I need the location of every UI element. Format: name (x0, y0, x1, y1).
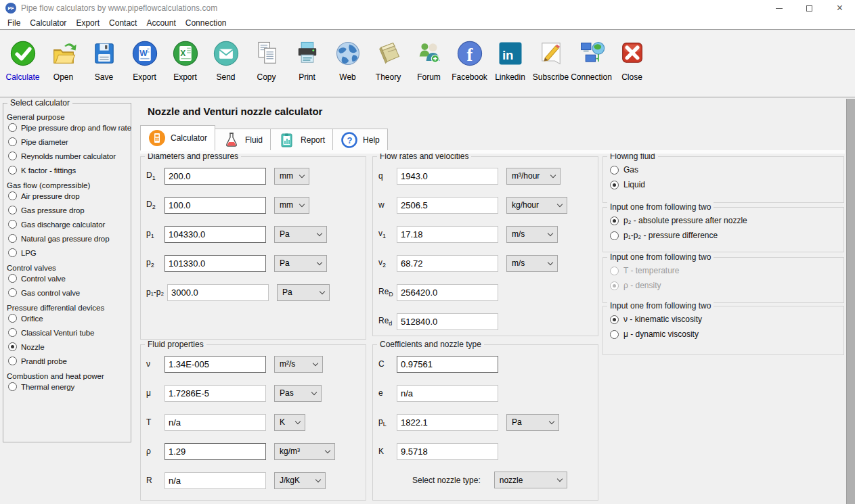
floppy-disk-icon (89, 39, 119, 68)
unit-value: kg/m³ (280, 446, 300, 456)
nozzle-type-select[interactable]: nozzle (494, 472, 567, 488)
field-input-t (165, 414, 266, 431)
radio-option-dynamic-viscosity[interactable]: μ - dynamic viscosity (610, 329, 843, 339)
calculator-option-air-pressure-drop[interactable]: Air pressure drop (8, 191, 129, 200)
unit-select[interactable]: m²/s (274, 356, 323, 373)
calculator-option-natural-gas-pressure-drop[interactable]: Natural gas pressure drop (8, 234, 129, 243)
unit-select[interactable]: K (274, 414, 305, 431)
calculator-option-control-valve[interactable]: Control valve (8, 274, 129, 283)
unit-select[interactable]: mm (274, 197, 309, 214)
unit-select[interactable]: Pa (506, 414, 559, 431)
toolbar-button-theory[interactable]: Theory (369, 39, 408, 82)
calculator-option-pipe-diameter[interactable]: Pipe diameter (8, 137, 129, 146)
toolbar-button-web[interactable]: Web (328, 39, 367, 82)
group-diameters-and-pressures: Diameters and pressures D1mmD2mmp1Pap2Pa… (140, 156, 366, 340)
unit-select[interactable]: m³/hour (506, 168, 561, 185)
field-row-d2: D2mm (146, 196, 366, 214)
tab-report[interactable]: Report (271, 129, 333, 151)
unit-select[interactable]: Pa (274, 226, 327, 243)
toolbar-button-print[interactable]: Print (288, 39, 326, 82)
field-input-item[interactable] (165, 443, 266, 460)
field-row-t: TK (146, 413, 366, 431)
toolbar-button-label: Export (173, 72, 197, 82)
field-input-d1[interactable] (165, 168, 266, 185)
radio-option-density: ρ - density (610, 281, 843, 290)
calculator-option-orifice[interactable]: Orifice (8, 314, 129, 323)
calculator-option-prandtl-probe[interactable]: Prandtl probe (8, 357, 129, 365)
radio-option-p-p-pressure-difference[interactable]: p₁-p₂ - pressure difference (610, 231, 843, 240)
calculator-option-pipe-pressure-drop-and-flow-rate[interactable]: Pipe pressure drop and flow rate (8, 123, 129, 132)
close-window-button[interactable]: × (825, 0, 855, 16)
pencil-page-icon (536, 39, 566, 68)
toolbar-button-facebook[interactable]: fFacebook (450, 39, 489, 82)
unit-select[interactable]: mm (274, 168, 309, 185)
tab-fluid[interactable]: Fluid (215, 129, 271, 151)
radio-icon (8, 382, 17, 391)
field-row-v2: v2m/s (378, 254, 598, 272)
toolbar-button-forum[interactable]: Forum (410, 39, 448, 82)
calculator-option-classical-venturi-tube[interactable]: Classical Venturi tube (8, 328, 129, 337)
menu-file[interactable]: File (3, 18, 26, 28)
menu-contact[interactable]: Contact (105, 18, 142, 28)
field-input-p2[interactable] (165, 255, 266, 272)
toolbar-button-calculate[interactable]: Calculate (3, 39, 42, 82)
unit-select[interactable]: m/s (506, 226, 558, 243)
input-temperature-density-panel: Input one from following two T - tempera… (602, 257, 844, 303)
unit-select[interactable]: Pa (274, 255, 327, 272)
field-row-d1: D1mm (146, 167, 366, 185)
field-input-k (397, 443, 498, 460)
svg-text:X: X (180, 49, 185, 58)
calculator-option-gas-control-valve[interactable]: Gas control valve (8, 288, 129, 297)
menu-calculator[interactable]: Calculator (26, 18, 72, 28)
chevron-down-icon (550, 172, 556, 177)
menu-export[interactable]: Export (72, 18, 105, 28)
printer-icon (292, 39, 322, 68)
maximize-button[interactable] (794, 0, 825, 16)
field-input-p1[interactable] (165, 226, 266, 243)
flask-icon (223, 131, 240, 149)
toolbar-button-connection[interactable]: Connection (572, 39, 611, 82)
toolbar-button-close[interactable]: Close (613, 39, 651, 82)
calculator-option-nozzle[interactable]: Nozzle (8, 342, 129, 351)
envelope-icon (211, 39, 241, 68)
unit-value: K (280, 417, 285, 427)
toolbar-button-save[interactable]: Save (85, 39, 123, 82)
calculator-option-gas-discharge-calculator[interactable]: Gas discharge calculator (8, 220, 129, 229)
field-input-v1 (397, 226, 498, 243)
calculator-option-gas-pressure-drop[interactable]: Gas pressure drop (8, 206, 129, 214)
unit-select[interactable]: Pas (274, 385, 322, 402)
field-input-item[interactable] (165, 356, 266, 373)
toolbar-button-subscribe[interactable]: Subscribe (531, 39, 570, 82)
radio-option-gas[interactable]: Gas (610, 165, 843, 175)
calculator-option-thermal-energy[interactable]: Thermal energy (8, 382, 129, 391)
toolbar-button-export[interactable]: WExport (125, 39, 164, 82)
toolbar-button-send[interactable]: Send (206, 39, 245, 82)
calculator-category: Pressure differential devices (7, 304, 129, 312)
toolbar-button-export[interactable]: XExport (166, 39, 204, 82)
toolbar-button-copy[interactable]: Copy (247, 39, 286, 82)
radio-option-kinematic-viscosity[interactable]: ν - kinematic viscosity (610, 315, 843, 324)
field-input-c[interactable] (397, 356, 498, 373)
unit-select[interactable]: Pa (277, 284, 330, 301)
unit-select[interactable]: J/kgK (274, 472, 326, 489)
radio-option-liquid[interactable]: Liquid (610, 180, 843, 189)
calculator-option-lpg[interactable]: LPG (8, 248, 129, 257)
unit-select[interactable]: kg/hour (506, 197, 567, 214)
field-label: p1 (146, 229, 161, 239)
radio-option-p-absolute-pressure-after-nozzle[interactable]: p₂ - absolute pressure after nozzle (610, 216, 843, 225)
menu-account[interactable]: Account (142, 18, 181, 28)
tab-help[interactable]: ?Help (333, 129, 388, 151)
tab-calculator[interactable]: Calculator (140, 125, 215, 151)
radio-icon (8, 191, 17, 200)
calculator-option-k-factor-fittings[interactable]: K factor - fittings (8, 166, 129, 175)
calculator-option-reynolds-number-calculator[interactable]: Reynolds number calculator (8, 152, 129, 160)
toolbar-button-open[interactable]: Open (44, 39, 83, 82)
vertical-scrollbar[interactable] (846, 99, 855, 504)
field-input-d2[interactable] (165, 197, 266, 214)
field-input-r (165, 472, 266, 489)
toolbar-button-linkedin[interactable]: inLinkedin (491, 39, 529, 82)
menu-connection[interactable]: Connection (181, 18, 232, 28)
unit-select[interactable]: m/s (506, 255, 558, 272)
unit-select[interactable]: kg/m³ (274, 443, 335, 460)
minimize-button[interactable] (764, 0, 794, 16)
